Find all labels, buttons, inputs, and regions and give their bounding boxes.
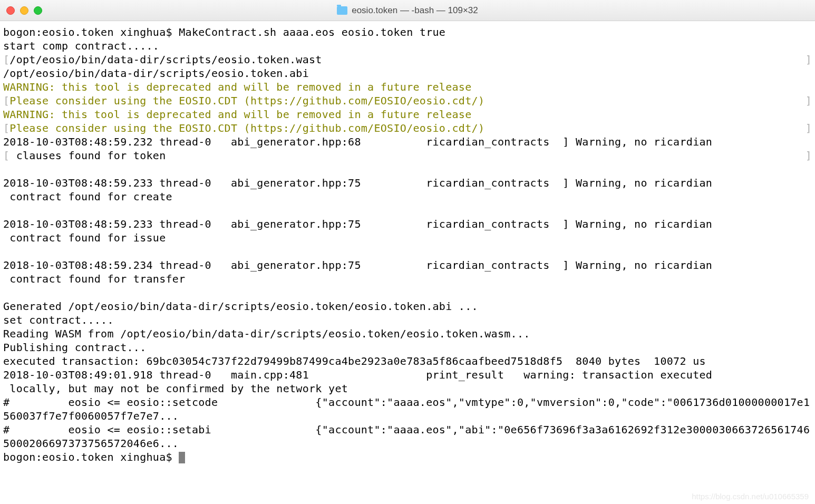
terminal-line: # eosio <= eosio::setcode {"account":"aa…: [3, 396, 810, 422]
terminal-line: set contract.....: [3, 314, 114, 326]
terminal-line: contract found for issue: [3, 231, 166, 244]
prompt-line: bogon:eosio.token xinghua$: [3, 451, 179, 463]
traffic-lights: [6, 6, 42, 15]
bracket-close: ]: [806, 53, 812, 66]
terminal-line: Generated /opt/eosio/bin/data-dir/script…: [3, 300, 478, 313]
terminal-output[interactable]: bogon:eosio.token xinghua$ MakeContract.…: [0, 21, 815, 468]
watermark: https://blog.csdn.net/u010665359: [692, 492, 809, 501]
terminal-line: bogon:eosio.token xinghua$ MakeContract.…: [3, 26, 445, 38]
bracket-close: ]: [806, 149, 812, 162]
window-title-text: eosio.token — -bash — 109×32: [352, 5, 478, 16]
terminal-line: Reading WASM from /opt/eosio/bin/data-di…: [3, 327, 530, 340]
terminal-line: 2018-10-03T08:48:59.233 thread-0 abi_gen…: [3, 177, 712, 189]
window-titlebar: eosio.token — -bash — 109×32: [0, 0, 815, 21]
terminal-line: 2018-10-03T08:48:59.234 thread-0 abi_gen…: [3, 259, 712, 272]
warning-line: Please consider using the EOSIO.CDT (htt…: [9, 94, 484, 107]
bracket-close: ]: [806, 121, 812, 135]
bracket-open: [: [3, 122, 9, 134]
terminal-line: clauses found for token: [9, 149, 166, 162]
terminal-line: 2018-10-03T08:49:01.918 thread-0 main.cp…: [3, 369, 712, 381]
folder-icon: [337, 6, 347, 15]
warning-line: Please consider using the EOSIO.CDT (htt…: [9, 122, 484, 134]
cursor: [179, 452, 185, 463]
terminal-line: 2018-10-03T08:48:59.233 thread-0 abi_gen…: [3, 218, 712, 230]
terminal-line: /opt/eosio/bin/data-dir/scripts/eosio.to…: [3, 67, 309, 80]
terminal-line: start comp contract.....: [3, 40, 159, 52]
close-button[interactable]: [6, 6, 15, 15]
bracket-open: [: [3, 53, 9, 66]
maximize-button[interactable]: [34, 6, 42, 15]
terminal-line: 2018-10-03T08:48:59.232 thread-0 abi_gen…: [3, 135, 712, 148]
terminal-line: contract found for transfer: [3, 273, 186, 285]
warning-line: WARNING: this tool is deprecated and wil…: [3, 108, 472, 121]
terminal-line: /opt/eosio/bin/data-dir/scripts/eosio.to…: [9, 53, 322, 66]
terminal-line: Publishing contract...: [3, 341, 147, 354]
terminal-line: contract found for create: [3, 190, 172, 203]
warning-line: WARNING: this tool is deprecated and wil…: [3, 81, 472, 93]
terminal-line: locally, but may not be confirmed by the…: [3, 382, 348, 395]
terminal-line: # eosio <= eosio::setabi {"account":"aaa…: [3, 423, 810, 450]
window-title: eosio.token — -bash — 109×32: [337, 5, 478, 16]
bracket-open: [: [3, 94, 9, 107]
terminal-line: executed transaction: 69bc03054c737f22d7…: [3, 355, 706, 367]
minimize-button[interactable]: [20, 6, 28, 15]
bracket-close: ]: [806, 94, 812, 108]
bracket-open: [: [3, 149, 9, 162]
